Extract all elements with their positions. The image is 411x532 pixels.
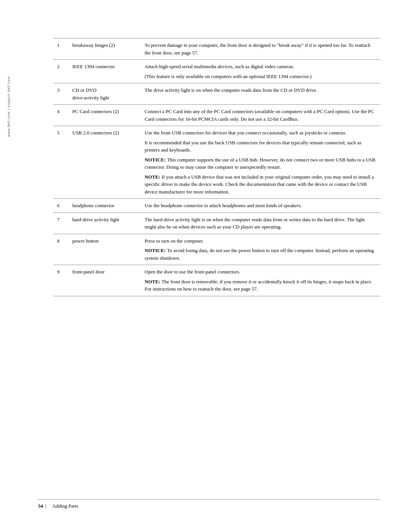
- row-description: Use the headphone connector to attach he…: [141, 199, 381, 213]
- row-label: USB 2.0 connectors (2): [68, 126, 141, 199]
- page-separator: |: [45, 503, 46, 509]
- desc-paragraph: NOTICE: This computer supports the use o…: [145, 156, 377, 171]
- row-description: Open the door to use the front-panel con…: [141, 265, 381, 296]
- desc-paragraph: The hard-drive activity light is on when…: [145, 216, 377, 231]
- desc-bold-prefix: NOTICE:: [145, 157, 167, 163]
- desc-paragraph: Use the front USB connectors for devices…: [145, 129, 377, 137]
- row-description: Press to turn on the computer.NOTICE: To…: [141, 234, 381, 265]
- row-label: front-panel door: [68, 265, 141, 296]
- desc-bold-prefix: NOTE:: [145, 174, 161, 180]
- table-row: 5USB 2.0 connectors (2)Use the front USB…: [53, 126, 381, 199]
- row-description: Attach high-speed serial multimedia devi…: [141, 60, 381, 83]
- row-number: 3: [53, 83, 68, 105]
- row-label: PC Card connectors (2): [68, 105, 141, 126]
- desc-paragraph: Use the headphone connector to attach he…: [145, 202, 377, 209]
- desc-paragraph: Connect a PC Card into any of the PC Car…: [145, 108, 377, 123]
- table-row: 9front-panel doorOpen the door to use th…: [53, 265, 381, 296]
- table-row: 3CD or DVDdrive-activity lightThe drive …: [53, 83, 381, 105]
- desc-paragraph: It is recommended that you use the back …: [145, 139, 377, 154]
- table-row: 4PC Card connectors (2)Connect a PC Card…: [53, 105, 381, 126]
- desc-bold-prefix: NOTE:: [145, 279, 161, 284]
- row-number: 7: [53, 212, 68, 234]
- row-label: CD or DVDdrive-activity light: [68, 83, 141, 105]
- page-number: 54: [38, 503, 43, 509]
- desc-paragraph: Attach high-speed serial multimedia devi…: [145, 63, 377, 70]
- table-row: 2IEEE 1394 connectorAttach high-speed se…: [53, 60, 381, 83]
- desc-paragraph: The drive activity light is on when the …: [145, 86, 377, 94]
- row-number: 9: [53, 265, 68, 296]
- row-number: 1: [53, 38, 68, 60]
- page-container: www.dell.com | support.dell.com 1breakaw…: [0, 0, 411, 532]
- desc-paragraph: (This feature is only available on compu…: [145, 73, 377, 80]
- row-label: power button: [68, 234, 141, 265]
- desc-paragraph: NOTICE: To avoid losing data, do not use…: [145, 247, 377, 262]
- row-number: 5: [53, 126, 68, 199]
- row-description: The hard-drive activity light is on when…: [141, 212, 381, 234]
- footer: 54 | Adding Parts: [38, 503, 381, 509]
- row-number: 2: [53, 60, 68, 83]
- table-row: 1breakaway hinges (2)To prevent damage t…: [53, 38, 381, 60]
- row-label: headphone connector: [68, 199, 141, 213]
- table-row: 7hard-drive activity lightThe hard-drive…: [53, 212, 381, 234]
- row-label: breakaway hinges (2): [68, 38, 141, 60]
- table-row: 6headphone connectorUse the headphone co…: [53, 199, 381, 213]
- row-number: 4: [53, 105, 68, 126]
- row-number: 8: [53, 234, 68, 265]
- row-description: Connect a PC Card into any of the PC Car…: [141, 105, 381, 126]
- row-number: 6: [53, 199, 68, 213]
- row-label: IEEE 1394 connector: [68, 60, 141, 83]
- desc-paragraph: NOTE: The front door is removable; if yo…: [145, 278, 377, 293]
- desc-paragraph: Press to turn on the computer.: [145, 237, 377, 245]
- desc-paragraph: NOTE: If you attach a USB device that wa…: [145, 173, 377, 196]
- page-section-label: Adding Parts: [53, 503, 78, 509]
- desc-paragraph: To prevent damage to your computer, the …: [145, 42, 377, 56]
- reference-table: 1breakaway hinges (2)To prevent damage t…: [53, 38, 381, 296]
- row-description: To prevent damage to your computer, the …: [141, 38, 381, 60]
- row-description: The drive activity light is on when the …: [141, 83, 381, 105]
- sidebar-watermark: www.dell.com | support.dell.com: [7, 76, 11, 137]
- desc-bold-prefix: NOTICE:: [145, 248, 167, 253]
- main-content: 1breakaway hinges (2)To prevent damage t…: [53, 38, 381, 296]
- desc-paragraph: Open the door to use the front-panel con…: [145, 268, 377, 276]
- table-row: 8power buttonPress to turn on the comput…: [53, 234, 381, 265]
- row-description: Use the front USB connectors for devices…: [141, 126, 381, 199]
- row-label: hard-drive activity light: [68, 212, 141, 234]
